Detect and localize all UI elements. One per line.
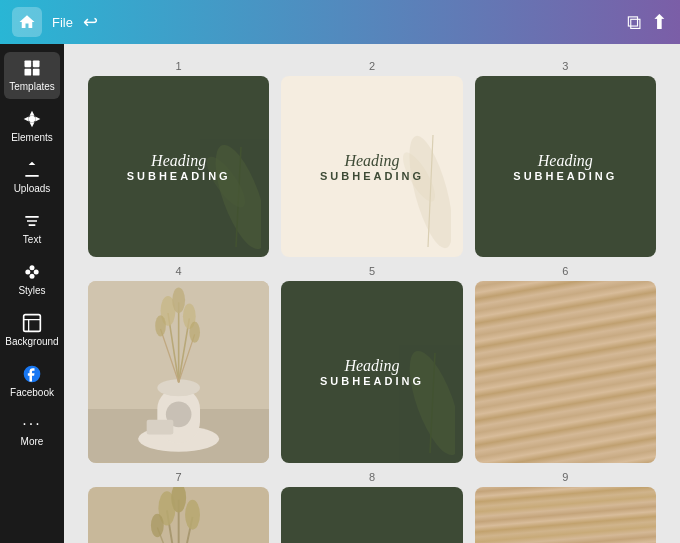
sidebar-item-templates[interactable]: Templates xyxy=(4,52,60,99)
sidebar-item-facebook-label: Facebook xyxy=(10,387,54,399)
topbar-right: ⧉ ⬆ xyxy=(627,10,668,34)
main-layout: Templates Elements Uploads Text Styles xyxy=(0,44,680,543)
template-text-1: Heading SUBHEADING xyxy=(127,152,231,182)
template-column-8: 8 Heading SUBHEADING xyxy=(281,471,462,543)
resize-icon[interactable]: ⧉ xyxy=(627,11,641,34)
template-heading-1: Heading xyxy=(127,152,231,170)
svg-rect-1 xyxy=(33,61,40,68)
svg-marker-5 xyxy=(30,111,35,116)
template-text-5: Heading SUBHEADING xyxy=(320,357,424,387)
template-card-7[interactable] xyxy=(88,487,269,543)
background-icon xyxy=(22,313,42,333)
template-card-6[interactable] xyxy=(475,281,656,462)
template-column-1: 1 Heading SUBHEADING xyxy=(88,60,269,257)
share-icon[interactable]: ⬆ xyxy=(651,10,668,34)
pampas-grass xyxy=(88,281,269,462)
sidebar-item-elements-label: Elements xyxy=(11,132,53,144)
home-icon xyxy=(18,13,36,31)
sidebar-item-facebook[interactable]: Facebook xyxy=(4,358,60,405)
template-card-1[interactable]: Heading SUBHEADING xyxy=(88,76,269,257)
svg-point-12 xyxy=(30,274,35,279)
svg-rect-0 xyxy=(25,61,32,68)
styles-icon xyxy=(22,262,42,282)
template-subheading-2: SUBHEADING xyxy=(320,170,424,182)
more-dots-icon: ··· xyxy=(22,415,41,433)
grid-number-7: 7 xyxy=(88,471,269,483)
template-card-3[interactable]: Heading SUBHEADING xyxy=(475,76,656,257)
svg-point-10 xyxy=(30,265,35,270)
svg-rect-27 xyxy=(147,420,174,435)
undo-button[interactable]: ↩ xyxy=(83,11,98,33)
elements-icon xyxy=(22,109,42,129)
grid-number-8: 8 xyxy=(281,471,462,483)
canvas-area: 1 Heading SUBHEADING 2 xyxy=(64,44,680,543)
svg-point-55 xyxy=(151,513,164,536)
svg-marker-7 xyxy=(30,122,35,127)
sidebar-item-elements[interactable]: Elements xyxy=(4,103,60,150)
sand-texture-6 xyxy=(475,281,656,462)
sidebar-item-templates-label: Templates xyxy=(9,81,55,93)
template-heading-5: Heading xyxy=(320,357,424,375)
leaf-decoration-2 xyxy=(371,127,451,257)
template-grid: 1 Heading SUBHEADING 2 xyxy=(88,60,656,543)
template-column-2: 2 Heading SUBHEADING xyxy=(281,60,462,257)
text-icon xyxy=(22,211,42,231)
svg-rect-3 xyxy=(33,69,40,76)
sidebar-item-background[interactable]: Background xyxy=(4,307,60,354)
svg-rect-2 xyxy=(25,69,32,76)
template-card-8[interactable]: Heading SUBHEADING xyxy=(281,487,462,543)
template-card-5[interactable]: Heading SUBHEADING xyxy=(281,281,462,462)
grid-number-4: 4 xyxy=(88,265,269,277)
file-menu[interactable]: File xyxy=(52,15,73,30)
template-subheading-1: SUBHEADING xyxy=(127,170,231,182)
svg-point-34 xyxy=(172,288,185,314)
svg-point-11 xyxy=(34,270,39,275)
template-column-5: 5 Heading SUBHEADING xyxy=(281,265,462,462)
template-column-4: 4 xyxy=(88,265,269,462)
template-column-3: 3 Heading SUBHEADING xyxy=(475,60,656,257)
grid-number-3: 3 xyxy=(475,60,656,72)
template-text-2: Heading SUBHEADING xyxy=(320,152,424,182)
sidebar-item-styles[interactable]: Styles xyxy=(4,256,60,303)
template-column-7: 7 xyxy=(88,471,269,543)
template-subheading-5: SUBHEADING xyxy=(320,375,424,387)
template-column-9: 9 xyxy=(475,471,656,543)
sidebar-item-more[interactable]: ··· More xyxy=(4,409,60,454)
svg-rect-13 xyxy=(24,315,41,332)
topbar-left: File ↩ xyxy=(12,7,98,37)
sidebar-item-uploads[interactable]: Uploads xyxy=(4,154,60,201)
svg-point-4 xyxy=(29,116,36,123)
sidebar-item-background-label: Background xyxy=(5,336,58,348)
template-heading-3: Heading xyxy=(513,152,617,170)
uploads-icon xyxy=(22,160,42,180)
sidebar-item-more-label: More xyxy=(21,436,44,448)
svg-marker-6 xyxy=(35,117,40,122)
sidebar-item-styles-label: Styles xyxy=(18,285,45,297)
grid-number-9: 9 xyxy=(475,471,656,483)
grid-number-6: 6 xyxy=(475,265,656,277)
svg-point-9 xyxy=(25,270,30,275)
template-subheading-3: SUBHEADING xyxy=(513,170,617,182)
template-card-2[interactable]: Heading SUBHEADING xyxy=(281,76,462,257)
sidebar-item-text[interactable]: Text xyxy=(4,205,60,252)
grid-number-1: 1 xyxy=(88,60,269,72)
home-button[interactable] xyxy=(12,7,42,37)
topbar: File ↩ ⧉ ⬆ xyxy=(0,0,680,44)
vase-photo-2 xyxy=(88,487,269,543)
svg-point-36 xyxy=(155,315,166,336)
vase-scene xyxy=(88,281,269,462)
template-card-9[interactable] xyxy=(475,487,656,543)
sidebar-item-uploads-label: Uploads xyxy=(14,183,51,195)
sand-texture-9 xyxy=(475,487,656,543)
template-column-6: 6 xyxy=(475,265,656,462)
svg-marker-8 xyxy=(24,117,29,122)
sidebar-item-text-label: Text xyxy=(23,234,41,246)
template-heading-2: Heading xyxy=(320,152,424,170)
sidebar: Templates Elements Uploads Text Styles xyxy=(0,44,64,543)
facebook-icon xyxy=(22,364,42,384)
template-text-3: Heading SUBHEADING xyxy=(513,152,617,182)
grid-number-2: 2 xyxy=(281,60,462,72)
svg-point-37 xyxy=(189,322,200,343)
svg-point-54 xyxy=(185,499,200,529)
template-card-4[interactable] xyxy=(88,281,269,462)
